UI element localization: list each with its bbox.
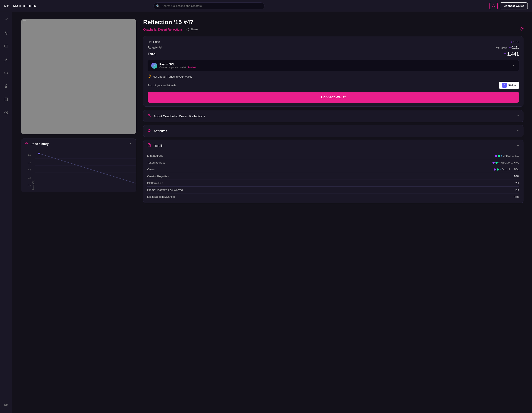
list-price-amount: 1.31	[513, 40, 519, 44]
attributes-accordion-header[interactable]: Attributes	[143, 125, 523, 137]
about-accordion-header[interactable]: About Coachella: Desert Reflections	[143, 110, 523, 122]
details-label-mint: Mint address	[147, 154, 163, 157]
mint-address-text[interactable]: 3hpc3 ... Y19	[503, 154, 519, 157]
list-price-label: List Price	[148, 40, 160, 44]
sidebar-item-profile[interactable]: ME	[2, 401, 10, 409]
price-history-header[interactable]: Price history	[21, 139, 136, 149]
sol-symbol3: ≡	[500, 168, 501, 171]
table-row: Listing/Bidding/Cancel Free	[147, 193, 519, 200]
details-value-token: ≡ WpsQo ... XHC	[492, 161, 519, 164]
share-button[interactable]: Share	[186, 28, 198, 31]
token-address-text[interactable]: WpsQo ... XHC	[500, 161, 519, 164]
chain-icons-owner[interactable]: ≡	[494, 168, 501, 171]
sidebar-item-launchpad[interactable]	[2, 42, 10, 50]
svg-text:ME: ME	[4, 4, 10, 8]
sol-chain-icon2	[492, 161, 495, 164]
details-table: Mint address ≡ 3hpc3 ... Y19 Token addre…	[143, 152, 523, 203]
y-label-06: 0.6	[28, 169, 31, 172]
details-icon	[147, 143, 151, 148]
pay-sol-info: Pay in SOL Connect supported wallet · Fa…	[159, 63, 196, 69]
search-input[interactable]	[153, 2, 265, 10]
y-label-02: 0.2	[28, 184, 31, 187]
me-label: ME	[4, 404, 8, 406]
svg-point-1	[493, 5, 494, 6]
help-icon	[4, 111, 8, 115]
attributes-accordion: Attributes	[143, 125, 523, 137]
sidebar-item-activity[interactable]	[2, 29, 10, 37]
sidebar-item-help[interactable]	[2, 109, 10, 117]
sidebar-item-rewards[interactable]	[2, 82, 10, 90]
svg-line-23	[187, 29, 188, 29]
share-icon	[186, 28, 189, 31]
y-axis-labels: 1.0 0.8 0.6 0.4 0.2	[21, 152, 32, 192]
refresh-button[interactable]	[520, 27, 523, 32]
details-accordion-header[interactable]: Details	[143, 140, 523, 152]
logo-icon: ME	[4, 4, 11, 8]
price-history-label: Price history	[30, 142, 49, 145]
topoff-label: Top off your wallet with:	[148, 84, 176, 87]
pay-sol-left: ≡ Pay in SOL Connect supported wallet · …	[151, 63, 196, 69]
table-row: Platform Fee 2%	[147, 180, 519, 187]
user-icon-button[interactable]	[489, 2, 498, 10]
chart-area: 1.0 0.8 0.6 0.4 0.2 Price(SOL)	[21, 149, 136, 192]
badge-icon	[4, 84, 8, 88]
sidebar-item-games[interactable]	[2, 69, 10, 77]
table-row: Creator Royalties 10%	[147, 173, 519, 180]
warning-icon	[148, 74, 151, 79]
header-right: Connect Wallet	[489, 2, 528, 10]
book-icon	[4, 97, 8, 101]
sidebar-item-rocket[interactable]	[2, 56, 10, 64]
connect-wallet-header-button[interactable]: Connect Wallet	[500, 2, 528, 10]
chain-icons-mint[interactable]: ≡	[495, 154, 502, 157]
chain-icons-token[interactable]: ≡	[492, 161, 500, 164]
activity-icon	[4, 31, 8, 35]
sol-badge: ≡	[151, 63, 157, 69]
me-chain-icon3	[496, 168, 499, 171]
me-chain-icon	[498, 154, 500, 157]
royalty-detail-text: Full (10%)	[496, 46, 508, 49]
logo[interactable]: ME MAGIC EDEN	[4, 4, 37, 8]
gear-icon[interactable]	[159, 46, 162, 49]
svg-point-34	[494, 168, 496, 171]
price-history-collapse-icon[interactable]	[129, 142, 132, 146]
details-value-owner: ≡ DuxhS ... PDp	[494, 168, 519, 171]
details-label-royalties: Creator Royalties	[147, 175, 169, 178]
sidebar-item-stars[interactable]	[2, 16, 10, 24]
total-label: Total	[148, 52, 157, 57]
main-content: Price history 1.0 0.8 0.6 0.4 0.2 Pri	[12, 12, 532, 213]
stripe-s-icon: S	[502, 83, 507, 88]
connect-wallet-main-button[interactable]: Connect Wallet	[148, 92, 519, 103]
nft-image	[21, 19, 136, 134]
launchpad-icon	[4, 44, 8, 48]
details-chevron-icon	[516, 144, 519, 147]
header: ME MAGIC EDEN 🔍 Connect Wallet	[0, 0, 532, 12]
details-label: Details	[154, 144, 163, 147]
nft-corner-indicator	[23, 20, 26, 24]
svg-point-21	[188, 30, 189, 31]
royalty-label-text: Royalty	[148, 46, 158, 49]
y-label-04: 0.4	[28, 177, 31, 179]
sidebar-item-learn[interactable]	[2, 95, 10, 104]
list-price-value: ≡ 1.31	[511, 40, 519, 44]
royalty-label: Royalty	[148, 46, 162, 49]
gamepad-icon	[4, 71, 8, 75]
owner-address-text[interactable]: DuxhS ... PDp	[502, 168, 519, 171]
about-label: About Coachella: Desert Reflections	[154, 114, 205, 118]
y-axis-label: Price(SOL)	[32, 152, 35, 192]
total-amount: ≡ 1.441	[503, 51, 519, 57]
svg-rect-4	[4, 45, 8, 47]
stripe-button[interactable]: S Stripe	[499, 82, 519, 89]
collection-link[interactable]: Coachella: Desert Reflections	[143, 28, 182, 31]
pay-sol-dropdown[interactable]: ≡ Pay in SOL Connect supported wallet · …	[148, 60, 519, 71]
sol-symbol2: ≡	[498, 161, 500, 164]
svg-point-33	[495, 162, 498, 164]
details-value-royalties: 10%	[514, 175, 519, 178]
stripe-label: Stripe	[508, 84, 516, 87]
about-chevron-icon	[516, 114, 519, 118]
royalty-amount: 0.131	[512, 46, 519, 49]
details-value-mint: ≡ 3hpc3 ... Y19	[495, 154, 519, 157]
share-label: Share	[190, 28, 198, 31]
activity-chart-icon	[25, 142, 28, 146]
price-history-card: Price history 1.0 0.8 0.6 0.4 0.2 Pri	[21, 139, 136, 192]
list-price-row: List Price ≡ 1.31	[148, 40, 519, 44]
